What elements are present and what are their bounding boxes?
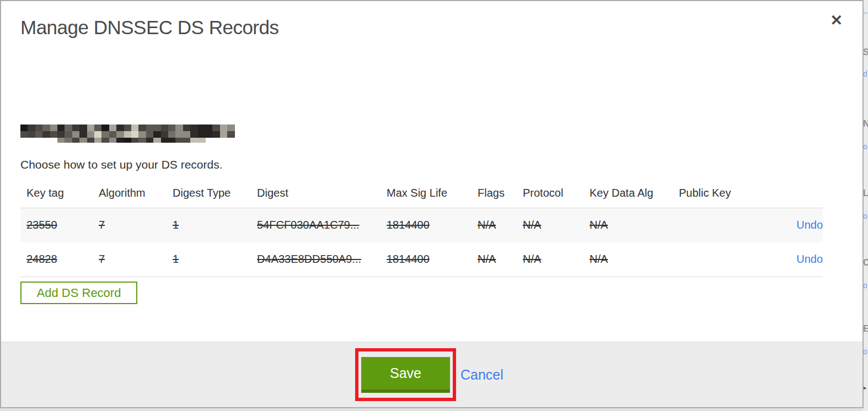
cell-algorithm: 7 [93, 208, 167, 242]
annotation-highlight-box: Save [355, 348, 456, 401]
redaction-pixel [168, 125, 176, 131]
cell-digest-type: 1 [167, 242, 251, 277]
column-header: Key tag [20, 181, 93, 208]
redaction-pixel [131, 131, 139, 138]
redaction-pixel [35, 131, 43, 138]
modal-footer: Save Cancel [1, 342, 862, 407]
cell-max-sig-life: 1814400 [381, 242, 471, 277]
redaction-pixel [190, 131, 198, 138]
redaction-pixel [79, 125, 87, 131]
redaction-pixel [153, 138, 161, 143]
cell-value: N/A [590, 219, 608, 231]
background-text-fragment: _ [863, 4, 867, 13]
save-button[interactable]: Save [361, 357, 450, 393]
redaction-pixel [20, 131, 28, 138]
column-header: Digest [251, 181, 381, 208]
redaction-pixel [124, 138, 132, 143]
redaction-pixel [65, 125, 72, 131]
cell-key-tag: 24828 [20, 242, 93, 277]
cell-value: 24828 [26, 253, 57, 265]
ds-table-body: 235507154FCF030AA1C79...1814400N/AN/AN/A… [20, 208, 823, 277]
cell-value: 1814400 [387, 219, 430, 231]
redaction-pixel [175, 125, 183, 131]
cell-digest: 54FCF030AA1C79... [251, 208, 381, 242]
cell-protocol: N/A [517, 242, 583, 277]
cell-flags: N/A [471, 208, 517, 242]
column-header: Max Sig Life [381, 181, 471, 208]
cell-key-data-alg: N/A [583, 208, 673, 242]
redaction-pixel [42, 131, 50, 138]
cell-key-data-alg: N/A [583, 242, 673, 277]
cell-value: 1814400 [387, 253, 430, 265]
redaction-pixel [87, 125, 95, 131]
ds-records-table: Key tagAlgorithmDigest TypeDigestMax Sig… [20, 181, 823, 277]
cell-value: N/A [590, 253, 608, 265]
redaction-pixel [109, 138, 117, 143]
redaction-pixel [138, 138, 146, 143]
table-header: Key tagAlgorithmDigest TypeDigestMax Sig… [20, 181, 823, 208]
redaction-pixel [146, 138, 154, 143]
cell-flags: N/A [471, 242, 517, 277]
redaction-pixel [72, 125, 80, 131]
redaction-pixel [161, 131, 169, 138]
page-title: Manage DNSSEC DS Records [20, 17, 278, 39]
redaction-pixel [28, 131, 35, 138]
redaction-pixel [109, 125, 117, 131]
redaction-pixel [94, 138, 102, 143]
redaction-pixel [161, 125, 169, 131]
redaction-pixel [146, 125, 154, 131]
redaction-pixel [198, 125, 206, 131]
background-text-fragment: d [863, 69, 867, 78]
redaction-pixel [72, 131, 80, 138]
cell-value: 7 [99, 219, 105, 231]
cell-value: 1 [173, 219, 179, 231]
table-row: 235507154FCF030AA1C79...1814400N/AN/AN/A… [20, 208, 823, 242]
redaction-pixel [42, 125, 50, 131]
redaction-pixel [124, 131, 132, 138]
redaction-pixel [131, 138, 139, 143]
column-header: Public Key [673, 181, 783, 208]
redaction-pixel [57, 125, 65, 131]
redaction-pixel [198, 131, 206, 138]
column-header: Algorithm [93, 181, 167, 208]
redaction-pixel [79, 138, 87, 143]
undo-link[interactable]: Undo [796, 253, 823, 265]
close-icon[interactable]: ✕ [830, 13, 843, 28]
background-text-fragment: S [863, 47, 868, 57]
column-header: Protocol [517, 181, 583, 208]
cell-action: Undo [783, 208, 823, 242]
redaction-pixel [153, 125, 161, 131]
redaction-pixel [35, 125, 43, 131]
redaction-pixel [116, 138, 124, 143]
redaction-pixel [146, 131, 154, 138]
cell-value: D4A33E8DD550A9... [257, 253, 361, 265]
redaction-pixel [168, 131, 176, 138]
redaction-pixel [50, 131, 58, 138]
cancel-link[interactable]: Cancel [460, 367, 503, 383]
redaction-pixel [205, 125, 213, 131]
redaction-pixel [87, 131, 95, 138]
manage-dnssec-modal: Manage DNSSEC DS Records ✕ Choose how to… [0, 0, 864, 408]
redaction-pixel [205, 131, 213, 138]
redaction-pixel [124, 125, 132, 131]
cell-value: N/A [478, 253, 496, 265]
redaction-pixel [183, 125, 191, 131]
cell-max-sig-life: 1814400 [381, 208, 471, 242]
cell-value: N/A [478, 219, 496, 231]
column-header: Flags [471, 181, 517, 208]
redaction-pixel [101, 138, 109, 143]
undo-link[interactable]: Undo [796, 219, 823, 231]
background-text-fragment: C [863, 258, 868, 268]
redaction-pixel [168, 138, 176, 143]
background-text-fragment: L [863, 188, 868, 198]
cell-protocol: N/A [517, 208, 583, 242]
add-ds-record-button[interactable]: Add DS Record [20, 282, 137, 304]
page-background: _SdNoLoCoEo▸ Manage DNSSEC DS Records ✕ … [0, 0, 868, 411]
redaction-pixel [227, 131, 235, 138]
cell-key-tag: 23550 [20, 208, 93, 242]
cell-digest: D4A33E8DD550A9... [251, 242, 381, 277]
table-header-row: Key tagAlgorithmDigest TypeDigestMax Sig… [20, 181, 823, 208]
redaction-pixel [183, 131, 191, 138]
column-header: Key Data Alg [583, 181, 673, 208]
redaction-pixel [65, 138, 72, 143]
